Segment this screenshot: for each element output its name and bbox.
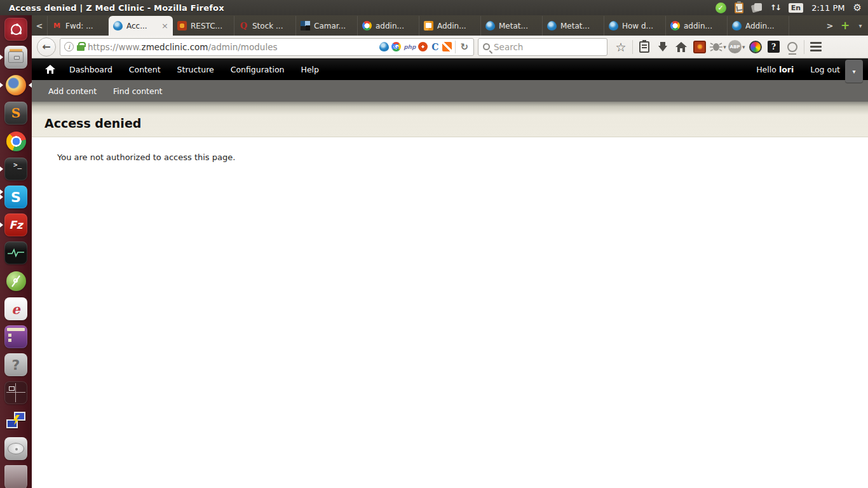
admin-menu-structure[interactable]: Structure: [169, 65, 222, 74]
launcher-item-files[interactable]: [4, 46, 27, 69]
shortcut-find-content[interactable]: Find content: [109, 86, 166, 96]
divider: [804, 40, 804, 54]
launcher-item-unknown-app[interactable]: ?: [4, 353, 27, 376]
launcher-item-filezilla[interactable]: Fz: [4, 214, 27, 236]
launcher-item-system-monitor[interactable]: [4, 241, 27, 264]
admin-menu-configuration[interactable]: Configuration: [222, 65, 293, 74]
tab-label: Camar...: [314, 22, 353, 30]
adblock-plus-button[interactable]: ABP ▾: [728, 37, 745, 57]
ubuntu-logo-icon: [11, 24, 22, 35]
restclient-button[interactable]: [691, 37, 708, 57]
clipboard-tray-icon[interactable]: [735, 3, 743, 13]
help-extension-button[interactable]: ?: [766, 37, 782, 57]
google-icon[interactable]: G: [391, 42, 401, 51]
chevron-down-icon[interactable]: ▾: [742, 44, 745, 50]
skype-icon: S: [11, 189, 21, 205]
ubuntu-icon[interactable]: [418, 42, 428, 51]
tab-stock[interactable]: Q Stock ...: [234, 16, 296, 36]
url-bar[interactable]: i https://www.zmedclinic.com/admin/modul…: [60, 38, 474, 56]
window-title: Access denied | Z Med Clinic - Mozilla F…: [9, 3, 224, 13]
launcher-item-hard-disk[interactable]: [4, 437, 27, 460]
ring-extension-button[interactable]: [784, 37, 801, 57]
chevron-down-icon[interactable]: ▾: [723, 44, 726, 50]
network-arrows-icon[interactable]: ↑↓: [770, 3, 780, 12]
tab-restclient[interactable]: RESTC...: [173, 16, 234, 36]
keyboard-layout-indicator[interactable]: En: [789, 3, 803, 13]
launcher-item-workspace-switcher[interactable]: [4, 381, 27, 404]
search-input[interactable]: [494, 42, 602, 52]
home-icon: [45, 65, 55, 74]
launcher-item-remote-desktop[interactable]: [4, 409, 27, 432]
tab-access-denied-active[interactable]: Acc... ×: [109, 16, 173, 36]
home-button[interactable]: [673, 37, 689, 57]
url-text[interactable]: https://www.zmedclinic.com/admin/modules: [88, 42, 376, 52]
tab-camar[interactable]: Camar...: [296, 16, 358, 36]
username: lori: [779, 65, 794, 74]
page-header: Access denied: [32, 102, 868, 137]
reload-button[interactable]: ↻: [459, 41, 470, 53]
close-tab-icon[interactable]: ×: [161, 22, 168, 30]
back-button[interactable]: ←: [37, 37, 56, 57]
access-denied-message: You are not authorized to access this pa…: [57, 152, 868, 162]
search-box[interactable]: [478, 38, 607, 56]
tab-addin-google-2[interactable]: addin...: [666, 16, 728, 36]
tab-fwd[interactable]: M Fwd: ...: [47, 16, 109, 36]
drupal-favicon: [609, 21, 618, 30]
list-all-tabs-button[interactable]: ▾: [853, 15, 868, 36]
notes-tray-icon[interactable]: [752, 3, 762, 13]
tab-how-d[interactable]: How d...: [604, 16, 666, 36]
toolbar-toggle-button[interactable]: ▾: [845, 60, 863, 83]
toolbar-icons: ☆ ▾ ABP ▾ ?: [613, 37, 824, 57]
colorzilla-button[interactable]: [747, 37, 764, 57]
tab-addin-book[interactable]: Addin...: [419, 16, 481, 36]
navigation-toolbar: ← i https://www.zmedclinic.com/admin/mod…: [32, 36, 868, 58]
zigzag-icon[interactable]: [442, 42, 452, 51]
hamburger-menu-button[interactable]: [808, 37, 824, 57]
tab-addin-drupal[interactable]: Addin...: [728, 16, 789, 36]
bookmarks-library-button[interactable]: [636, 37, 653, 57]
launcher-item-skype[interactable]: S: [4, 186, 27, 208]
tab-label: How d...: [622, 22, 661, 30]
tab-label: Stock ...: [252, 22, 291, 30]
tab-addin-google-1[interactable]: addin...: [358, 16, 419, 36]
launcher-item-ubuntu-dash[interactable]: [4, 18, 27, 41]
heartbeat-icon: [8, 248, 24, 258]
tab-metatag-2[interactable]: Metat...: [543, 16, 604, 36]
scroll-tabs-right-button[interactable]: >: [822, 15, 837, 36]
admin-home-button[interactable]: [39, 65, 61, 74]
skype-tray-icon[interactable]: ✓: [715, 3, 726, 13]
drupal-icon[interactable]: [379, 42, 389, 51]
firefox-icon: [6, 75, 26, 95]
launcher-item-android-studio[interactable]: [4, 269, 27, 292]
colorzilla-icon: [749, 41, 762, 53]
launcher-item-firefox[interactable]: [4, 74, 27, 97]
page-title: Access denied: [44, 116, 141, 130]
scroll-tabs-left-button[interactable]: <: [32, 15, 47, 36]
new-tab-button[interactable]: +: [837, 15, 853, 36]
admin-menu-dashboard[interactable]: Dashboard: [61, 65, 121, 74]
question-icon: ?: [768, 41, 780, 53]
admin-menu-help[interactable]: Help: [292, 65, 327, 74]
swirl-icon[interactable]: C: [430, 42, 440, 51]
session-gear-icon[interactable]: ⚙: [853, 3, 862, 13]
logout-link[interactable]: Log out: [810, 65, 840, 74]
page-info-icon[interactable]: i: [64, 42, 74, 51]
php-icon[interactable]: php: [403, 42, 416, 51]
launcher-item-trash[interactable]: [4, 465, 27, 488]
ring-icon: [787, 42, 797, 52]
admin-menu-content[interactable]: Content: [121, 65, 169, 74]
launcher-item-chrome[interactable]: [4, 130, 27, 152]
https-lock-icon[interactable]: [77, 45, 85, 51]
clock[interactable]: 2:11 PM: [811, 3, 844, 13]
shortcut-add-content[interactable]: Add content: [44, 86, 100, 96]
bookmark-star-button[interactable]: ☆: [613, 37, 629, 57]
downloads-button[interactable]: [654, 37, 671, 57]
launcher-item-purple-app[interactable]: [4, 325, 27, 348]
launcher-item-sublime-text[interactable]: S: [4, 102, 27, 125]
page-action-icons: G php C: [379, 42, 452, 51]
tab-label: addin...: [684, 22, 722, 30]
tab-metatag-1[interactable]: Metat...: [481, 16, 543, 36]
launcher-item-terminal[interactable]: >_: [4, 158, 27, 180]
debugger-bug-button[interactable]: ▾: [710, 37, 726, 57]
launcher-item-document-viewer[interactable]: e: [4, 297, 27, 320]
